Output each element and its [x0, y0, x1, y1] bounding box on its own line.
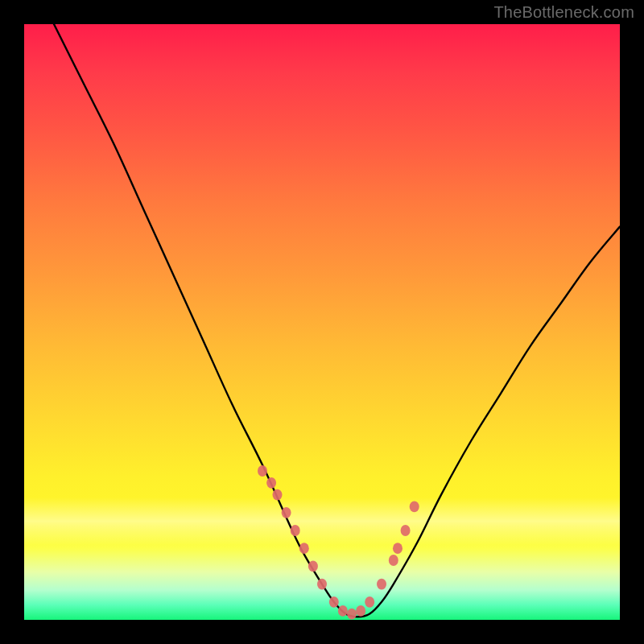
highlight-dot — [273, 489, 283, 501]
plot-area — [24, 24, 620, 620]
chart-frame: TheBottleneck.com — [0, 0, 644, 644]
highlight-dot — [389, 555, 398, 566]
highlight-dot — [308, 561, 318, 572]
highlight-dot — [393, 543, 402, 554]
curve-layer — [24, 24, 620, 620]
highlight-dot — [282, 507, 291, 518]
highlight-dot — [347, 609, 357, 620]
highlight-dot — [317, 579, 327, 590]
highlight-dots — [258, 465, 419, 619]
highlight-dot — [291, 525, 300, 536]
highlight-dot — [266, 477, 276, 489]
highlight-dot — [329, 597, 339, 608]
highlight-dot — [401, 525, 411, 536]
highlight-dot — [377, 579, 386, 590]
highlight-dot — [299, 543, 309, 554]
highlight-dot — [258, 465, 267, 477]
highlight-dot — [356, 605, 365, 617]
highlight-dot — [365, 597, 374, 608]
highlight-dot — [338, 605, 348, 617]
watermark-label: TheBottleneck.com — [493, 3, 634, 22]
highlight-dot — [410, 502, 419, 513]
bottleneck-curve — [54, 24, 620, 617]
